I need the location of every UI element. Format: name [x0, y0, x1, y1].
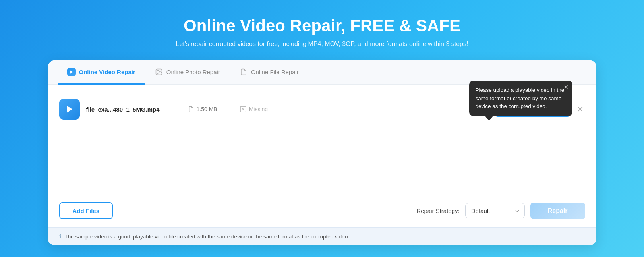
tab-video[interactable]: Online Video Repair — [58, 60, 145, 85]
file-size-icon — [188, 106, 194, 112]
right-controls: Repair Strategy: Default Advanced Repair — [416, 203, 585, 219]
status-icon — [240, 106, 247, 113]
remove-file-button[interactable]: ✕ — [575, 104, 585, 115]
file-thumbnail — [59, 99, 80, 120]
tooltip-arrow — [485, 116, 493, 121]
svg-marker-0 — [70, 70, 73, 74]
file-tab-icon — [239, 68, 248, 76]
tooltip-close-button[interactable]: ✕ — [564, 84, 569, 90]
repair-strategy-label: Repair Strategy: — [416, 207, 459, 214]
tab-file[interactable]: Online File Repair — [230, 60, 308, 85]
tooltip-box: ✕ Please upload a playable video in the … — [469, 81, 572, 116]
repair-button[interactable]: Repair — [530, 203, 585, 219]
card-body: ✕ Please upload a playable video in the … — [48, 85, 596, 196]
tooltip-text: Please upload a playable video in the sa… — [476, 87, 565, 109]
main-card: Online Video Repair Online Photo Repair … — [48, 60, 596, 245]
add-files-button[interactable]: Add Files — [59, 202, 113, 219]
file-name: file_exa...480_1_5MG.mp4 — [86, 106, 166, 113]
svg-marker-3 — [67, 106, 72, 113]
file-status-value: Missing — [249, 106, 268, 112]
file-status: Missing — [240, 106, 268, 113]
hero-subtitle: Let's repair corrupted videos for free, … — [176, 41, 468, 48]
card-footer: Add Files Repair Strategy: Default Advan… — [48, 196, 596, 227]
photo-tab-icon — [155, 68, 163, 76]
file-size: 1.50 MB — [188, 106, 217, 112]
tab-photo[interactable]: Online Photo Repair — [145, 60, 230, 85]
tab-video-label: Online Video Repair — [79, 69, 135, 75]
info-bar: ℹ The sample video is a good, playable v… — [48, 227, 596, 245]
svg-point-2 — [157, 70, 159, 71]
tab-photo-label: Online Photo Repair — [166, 69, 220, 75]
repair-strategy-select[interactable]: Default Advanced — [465, 203, 525, 218]
tooltip-wrapper: ✕ Please upload a playable video in the … — [469, 81, 572, 121]
file-size-value: 1.50 MB — [197, 106, 217, 112]
page-title: Online Video Repair, FREE & SAFE — [184, 16, 460, 36]
tab-file-label: Online File Repair — [251, 69, 299, 75]
info-bar-text: The sample video is a good, playable vid… — [65, 234, 350, 240]
info-icon: ℹ — [59, 233, 62, 240]
video-tab-icon — [67, 68, 76, 76]
